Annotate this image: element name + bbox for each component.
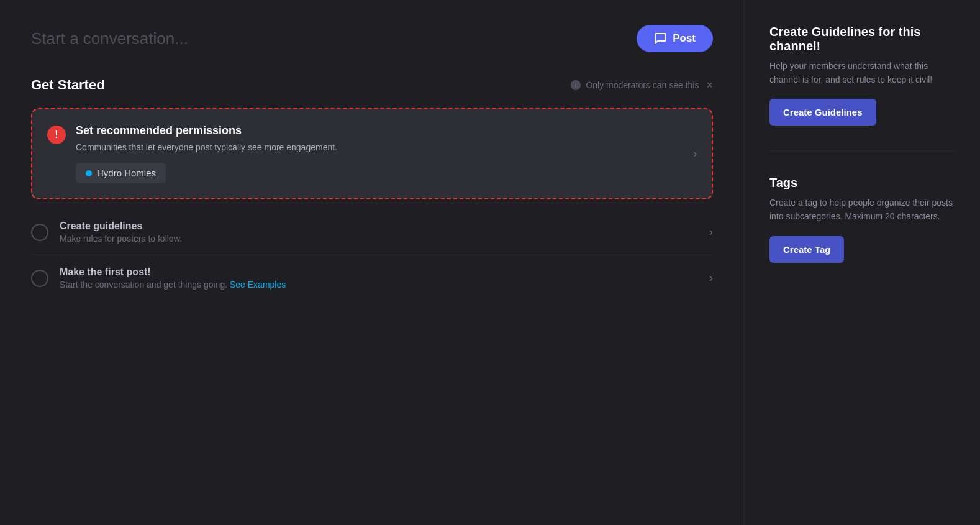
get-started-title: Get Started: [31, 77, 105, 93]
first-post-chevron-icon: ›: [709, 272, 713, 285]
tags-section-desc: Create a tag to help people organize the…: [769, 196, 955, 223]
get-started-header: Get Started i Only moderators can see th…: [31, 77, 713, 93]
get-started-section: Get Started i Only moderators can see th…: [31, 77, 713, 500]
right-sidebar: Create Guidelines for this channel! Help…: [744, 0, 980, 525]
first-post-checkbox: [31, 270, 48, 287]
moderator-notice-text: Only moderators can see this: [586, 80, 699, 90]
conversation-placeholder: Start a conversation...: [31, 29, 188, 48]
moderator-notice: i Only moderators can see this ×: [571, 79, 713, 92]
first-post-title: Make the first post!: [60, 267, 698, 278]
guidelines-section-desc: Help your members understand what this c…: [769, 60, 955, 86]
guidelines-chevron-icon: ›: [709, 226, 713, 239]
error-icon: !: [47, 126, 66, 144]
permissions-chevron-icon: ›: [693, 147, 697, 160]
post-button-label: Post: [673, 32, 696, 45]
guidelines-desc: Make rules for posters to follow.: [60, 234, 698, 244]
guidelines-section-title: Create Guidelines for this channel!: [769, 25, 955, 53]
tags-section: Tags Create a tag to help people organiz…: [769, 176, 955, 262]
guidelines-content: Create guidelines Make rules for posters…: [60, 221, 698, 244]
permissions-content: Set recommended permissions Communities …: [76, 124, 683, 183]
list-item-first-post[interactable]: Make the first post! Start the conversat…: [31, 255, 713, 301]
permissions-desc: Communities that let everyone post typic…: [76, 141, 683, 154]
see-examples-link[interactable]: See Examples: [230, 280, 286, 290]
community-tag: Hydro Homies: [76, 163, 166, 183]
tags-section-title: Tags: [769, 176, 955, 190]
guidelines-checkbox: [31, 224, 48, 241]
permissions-title: Set recommended permissions: [76, 124, 683, 137]
chat-icon: [654, 32, 666, 45]
guidelines-section: Create Guidelines for this channel! Help…: [769, 25, 955, 126]
permissions-card[interactable]: ! Set recommended permissions Communitie…: [31, 108, 713, 199]
close-icon[interactable]: ×: [706, 79, 713, 92]
create-tag-button[interactable]: Create Tag: [769, 236, 844, 263]
tag-dot: [86, 170, 92, 176]
sidebar-divider: [769, 150, 955, 151]
guidelines-title: Create guidelines: [60, 221, 698, 232]
info-icon: i: [571, 80, 581, 90]
create-guidelines-button[interactable]: Create Guidelines: [769, 99, 876, 126]
list-item-guidelines[interactable]: Create guidelines Make rules for posters…: [31, 209, 713, 255]
community-name: Hydro Homies: [97, 168, 156, 178]
post-button[interactable]: Post: [637, 25, 713, 52]
first-post-content: Make the first post! Start the conversat…: [60, 267, 698, 290]
conversation-bar: Start a conversation... Post: [31, 25, 713, 52]
first-post-desc: Start the conversation and get things go…: [60, 280, 698, 290]
